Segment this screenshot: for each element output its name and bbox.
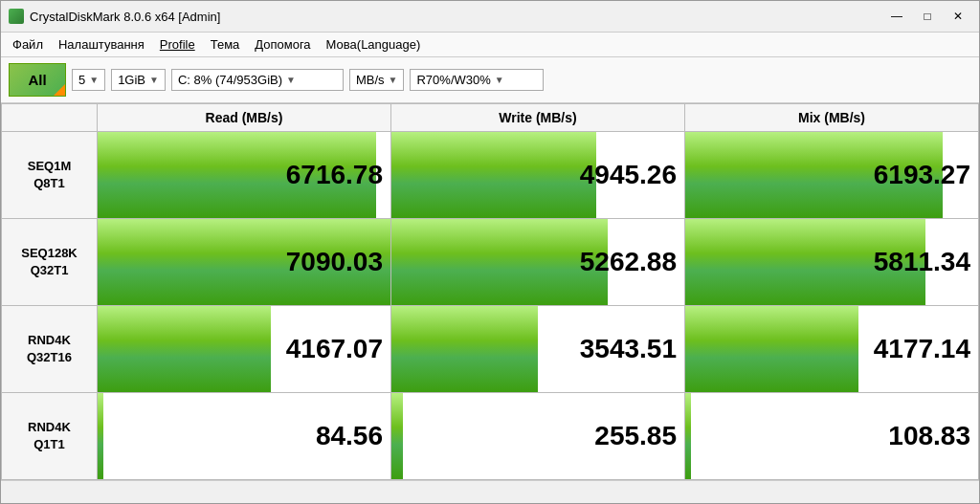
menu-bar: Файл Налаштування Profile Тема Допомога …	[1, 33, 979, 57]
menu-settings[interactable]: Налаштування	[51, 34, 152, 55]
status-bar	[1, 480, 979, 503]
table-row: SEQ128KQ32T17090.035262.885811.34	[2, 219, 979, 306]
unit-dropdown[interactable]: MB/s ▼	[349, 69, 405, 91]
benchmark-area: Read (MB/s) Write (MB/s) Mix (MB/s) SEQ1…	[1, 103, 979, 480]
window-controls: — □ ✕	[883, 7, 971, 26]
read-value-2: 4167.07	[98, 306, 391, 393]
write-value-1: 5262.88	[391, 219, 685, 306]
profile-dropdown[interactable]: R70%/W30% ▼	[410, 69, 544, 91]
chevron-down-icon: ▼	[149, 75, 159, 85]
col-header-label	[2, 104, 98, 132]
write-value-3: 255.85	[391, 393, 685, 480]
size-dropdown[interactable]: 1GiB ▼	[111, 69, 166, 91]
read-value-3: 84.56	[98, 393, 391, 480]
col-header-mix: Mix (MB/s)	[685, 104, 979, 132]
mix-value-1: 5811.34	[685, 219, 979, 306]
read-value-0: 6716.78	[98, 132, 391, 219]
chevron-down-icon: ▼	[389, 75, 398, 85]
mix-value-0: 6193.27	[685, 132, 979, 219]
write-value-2: 3543.51	[391, 306, 685, 393]
menu-theme[interactable]: Тема	[203, 34, 248, 55]
menu-profile[interactable]: Profile	[152, 34, 203, 55]
close-button[interactable]: ✕	[945, 7, 971, 26]
chevron-down-icon: ▼	[495, 75, 504, 85]
maximize-button[interactable]: □	[914, 7, 941, 26]
table-row: RND4KQ32T164167.073543.514177.14	[2, 306, 979, 393]
drive-dropdown[interactable]: C: 8% (74/953GiB) ▼	[171, 69, 344, 91]
chevron-down-icon: ▼	[286, 75, 296, 85]
minimize-button[interactable]: —	[883, 7, 910, 26]
toolbar: All 5 ▼ 1GiB ▼ C: 8% (74/953GiB) ▼ MB/s …	[1, 57, 979, 103]
mix-value-3: 108.83	[685, 393, 979, 480]
title-bar: CrystalDiskMark 8.0.6 x64 [Admin] — □ ✕	[1, 1, 979, 33]
table-row: SEQ1MQ8T16716.784945.266193.27	[2, 132, 979, 219]
menu-help[interactable]: Допомога	[247, 34, 318, 55]
app-window: CrystalDiskMark 8.0.6 x64 [Admin] — □ ✕ …	[0, 0, 980, 504]
runs-dropdown[interactable]: 5 ▼	[72, 69, 105, 91]
chevron-down-icon: ▼	[89, 75, 99, 85]
row-label-0: SEQ1MQ8T1	[2, 132, 98, 219]
row-label-1: SEQ128KQ32T1	[2, 219, 98, 306]
row-label-3: RND4KQ1T1	[2, 393, 98, 480]
row-label-2: RND4KQ32T16	[2, 306, 98, 393]
all-button[interactable]: All	[9, 63, 66, 97]
write-value-0: 4945.26	[391, 132, 685, 219]
mix-value-2: 4177.14	[685, 306, 979, 393]
menu-language[interactable]: Мова(Language)	[319, 34, 429, 55]
read-value-1: 7090.03	[98, 219, 391, 306]
window-title: CrystalDiskMark 8.0.6 x64 [Admin]	[30, 10, 883, 24]
menu-file[interactable]: Файл	[5, 34, 51, 55]
table-row: RND4KQ1T184.56255.85108.83	[2, 393, 979, 480]
benchmark-table: Read (MB/s) Write (MB/s) Mix (MB/s) SEQ1…	[1, 103, 979, 480]
app-icon	[9, 9, 24, 24]
col-header-read: Read (MB/s)	[98, 104, 391, 132]
col-header-write: Write (MB/s)	[391, 104, 685, 132]
